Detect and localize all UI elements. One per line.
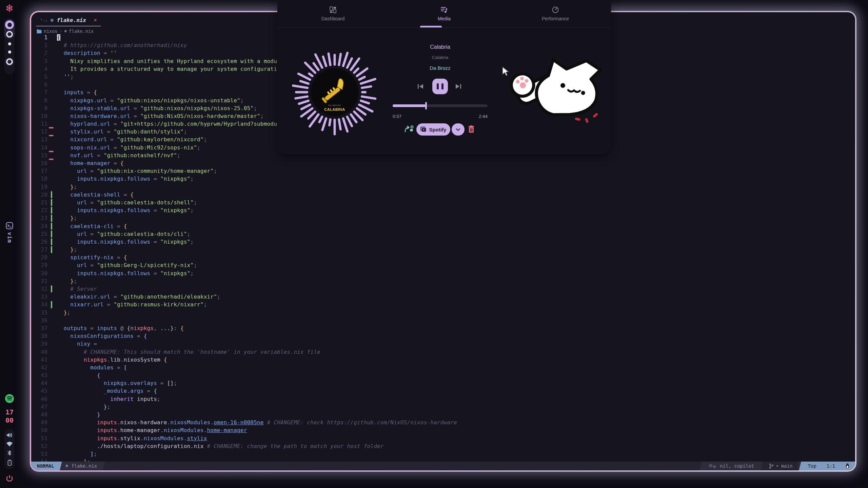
workspace-3[interactable] [8,42,11,45]
tab-flake-nix[interactable]: °·₁ ❄ flake.nix × [36,14,101,26]
nix-logo-icon[interactable]: ❄ [0,3,19,14]
seek-bar-handle[interactable] [425,102,427,109]
code-line[interactable]: 51 inputs.stylix.nixosModules.stylix [31,434,855,442]
gutter-space [47,81,57,88]
nix-file-icon: ❄ [50,18,54,23]
code-line[interactable]: 35 }; [31,309,855,317]
line-number: 29 [31,261,47,269]
code-line[interactable]: 21 url = "github:caelestia-dots/shell"; [31,199,855,206]
code-line[interactable]: 48 } [31,411,855,419]
code-line[interactable]: 53 ]; [31,450,855,458]
line-number: 7 [31,88,47,96]
code-text: nixy = [57,340,855,348]
code-line[interactable]: 39 nixy = [31,340,855,348]
workspace-2[interactable] [6,31,13,38]
code-line[interactable]: 29 url = "github:Gerg-L/spicetify-nix"; [31,261,855,269]
next-track-button[interactable] [454,82,462,92]
code-line[interactable]: 30 inputs.nixpkgs.follows = "nixpkgs"; [31,269,855,277]
code-line[interactable]: 46 inherit inputs; [31,395,855,403]
line-number: 21 [31,199,47,206]
code-text: inputs.nixos-hardware.nixosModules.omen-… [57,419,855,426]
line-number: 41 [31,356,47,364]
code-line[interactable]: 33 eleakxir.url = "github:anotherhadi/el… [31,293,855,301]
workspace-1[interactable] [5,20,14,29]
line-number: 1 [31,34,47,41]
code-line[interactable]: 41 nixpkgs.lib.nixosSystem { [31,356,855,364]
code-line[interactable]: 20 caelestia-shell = { [31,191,855,199]
code-line[interactable]: 37 outputs = inputs @ {nixpkgs, ...}: { [31,324,855,332]
code-line[interactable]: 52 ./hosts/laptop/configuration.nix # CH… [31,442,855,450]
gutter-space [47,49,57,57]
album-art-artist: DA BROZZ [311,104,358,106]
code-line[interactable]: 47 }; [31,403,855,411]
code-line[interactable]: 26 inputs.nixpkgs.follows = "nixpkgs"; [31,238,855,246]
previous-track-button[interactable] [416,82,425,92]
battery-icon[interactable] [7,460,12,466]
line-number: 4 [31,65,47,73]
remove-player-button[interactable] [468,125,475,135]
code-line[interactable]: 17 url = "github:nix-community/home-mana… [31,167,855,175]
code-text: { [57,371,855,379]
line-number: 12 [31,128,47,136]
code-line[interactable]: 22 inputs.nixpkgs.follows = "nixpkgs"; [31,206,855,214]
code-line[interactable]: 45 _module.args = { [31,387,855,395]
code-text: url = "github:Gerg-L/spicetify-nix"; [57,261,855,269]
code-line[interactable]: 31 }; [31,277,855,285]
code-line[interactable]: 40 # CHANGEME: This should match the 'ho… [31,348,855,356]
bluetooth-icon[interactable] [7,450,12,456]
code-line[interactable]: 34 nixarr.url = "github:rasmus-kirk/nixa… [31,301,855,308]
code-line[interactable]: 38 nixosConfigurations = { [31,332,855,340]
workspace-4[interactable] [8,50,11,54]
seek-bar[interactable] [393,104,488,107]
line-number: 31 [31,277,47,285]
close-tab-icon[interactable]: × [94,17,97,23]
power-button[interactable] [6,475,13,483]
code-line[interactable]: 18 inputs.nixpkgs.follows = "nixpkgs"; [31,175,855,183]
line-number: 25 [31,230,47,238]
code-line[interactable]: 27 }; [31,246,855,253]
code-line[interactable]: 32 # Server [31,285,855,293]
volume-icon[interactable] [6,432,13,438]
code-line[interactable]: 44 nixpkgs.overlays = []; [31,379,855,387]
code-line[interactable]: 16 home-manager = { [31,159,855,167]
code-text: eleakxir.url = "github:anotherhadi/eleak… [57,293,855,301]
git-branch[interactable]: • main [764,462,798,470]
line-number: 24 [31,222,47,230]
tab-dashboard[interactable]: Dashboard [277,0,389,27]
line-number: 50 [31,426,47,434]
source-button[interactable]: Spotify [416,123,450,136]
code-line[interactable]: 19 }; [31,183,855,191]
transfer-playback-button[interactable] [404,125,414,135]
expand-sources-button[interactable] [452,123,465,136]
tab-title: flake.nix [57,17,86,23]
wifi-icon[interactable] [6,442,13,447]
gutter-space [47,261,57,269]
workspace-group-top [4,19,15,39]
code-line[interactable]: 43 { [31,371,855,379]
spotify-tray-icon[interactable] [5,394,14,404]
tab-performance[interactable]: Performance [500,0,611,27]
breadcrumb-root[interactable]: nixos [44,28,58,34]
workspace-5[interactable] [6,58,13,65]
terminal-icon [6,222,13,229]
gutter-space [47,34,57,41]
line-number: 17 [31,167,47,175]
code-text: nixarr.url = "github:rasmus-kirk/nixarr"… [57,301,855,308]
code-line[interactable]: 25 url = "github:caelestia-dots/cli"; [31,230,855,238]
code-line[interactable]: 50 inputs.home-manager.nixosModules.home… [31,426,855,434]
code-line[interactable]: 23 }; [31,214,855,222]
tab-media[interactable]: Media [389,0,500,27]
code-line[interactable]: 42 modules = [ [31,364,855,371]
code-text: ]; [57,450,855,458]
gutter-space [47,104,57,112]
line-number: 39 [31,340,47,348]
code-line[interactable]: 24 caelestia-cli = { [31,222,855,230]
git-added-marker [47,238,57,246]
pause-button[interactable] [432,79,448,94]
code-line[interactable]: 36 [31,317,855,324]
breadcrumb-file[interactable]: flake.nix [69,28,94,34]
clock-widget: 17 00 [0,408,19,424]
code-line[interactable]: 28 spicetify-nix = { [31,253,855,261]
track-title: Calabria [379,44,501,50]
code-line[interactable]: 49 inputs.nixos-hardware.nixosModules.om… [31,419,855,426]
